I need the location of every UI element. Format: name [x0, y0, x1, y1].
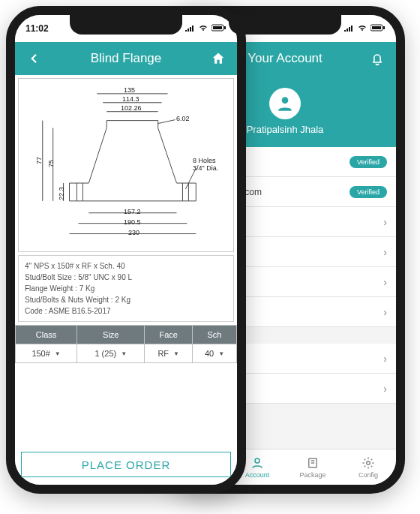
place-order-label: PLACE ORDER [82, 458, 171, 471]
dim-223: 22.3 [58, 187, 65, 200]
profile-name: Pratipalsinh Jhala [247, 124, 324, 135]
device-notch [70, 15, 182, 35]
svg-rect-8 [213, 26, 222, 29]
col-sch: Sch [192, 326, 236, 344]
tab-label: Package [299, 471, 326, 479]
dim-1143: 114.3 [122, 95, 140, 103]
spec-box: 4" NPS x 150# x RF x Sch. 40 Stud/Bolt S… [18, 255, 234, 322]
col-class: Class [16, 326, 77, 344]
signal-icon [184, 23, 195, 34]
chevron-right-icon: › [383, 216, 387, 228]
chevron-right-icon: › [383, 246, 387, 258]
chevron-down-icon: ▼ [173, 350, 179, 357]
signal-icon [344, 23, 354, 34]
dd-face[interactable]: RF▼ [145, 344, 193, 363]
dim-75: 75 [47, 160, 55, 167]
spec-line5: Code : ASME B16.5-2017 [25, 305, 227, 317]
phone-flange: 11:02 Blind Flange [6, 6, 246, 494]
spec-line3: Flange Weight : 7 Kg [25, 283, 227, 294]
dim-135: 135 [124, 86, 135, 94]
battery-icon [212, 23, 226, 34]
bell-icon[interactable] [368, 49, 387, 68]
spec-line1: 4" NPS x 150# x RF x Sch. 40 [25, 260, 227, 272]
svg-point-3 [282, 97, 289, 104]
spec-line2: Stud/Bolt Size : 5/8" UNC x 90 L [25, 272, 227, 283]
svg-rect-2 [383, 26, 385, 29]
verified-badge: Verified [350, 186, 387, 198]
dim-8holes-b: 3/4" Dia. [193, 164, 218, 172]
dd-class[interactable]: 150#▼ [16, 344, 77, 363]
dd-sch[interactable]: 40▼ [192, 344, 236, 363]
dim-1905: 190.5 [124, 218, 141, 226]
verified-badge: Verified [350, 156, 387, 168]
place-order-button[interactable]: PLACE ORDER [21, 452, 231, 477]
flange-diagram: 135 114.3 102.26 6.02 8 Holes 3/4" Dia. … [18, 78, 234, 252]
svg-point-4 [255, 458, 260, 463]
status-time: 11:02 [26, 23, 49, 34]
chevron-down-icon: ▼ [218, 350, 224, 357]
col-face: Face [145, 326, 193, 344]
chevron-right-icon: › [383, 353, 387, 365]
back-icon[interactable] [24, 49, 44, 68]
battery-icon [370, 23, 386, 34]
appbar-flange: Blind Flange [15, 42, 237, 75]
dd-size[interactable]: 1 (25)▼ [77, 344, 145, 363]
chevron-right-icon: › [383, 383, 387, 395]
chevron-down-icon: ▼ [121, 350, 127, 357]
chevron-right-icon: › [383, 276, 387, 288]
status-right [344, 23, 386, 34]
flange-content: 135 114.3 102.26 6.02 8 Holes 3/4" Dia. … [15, 75, 237, 485]
spec-line4: Stud/Bolts & Nuts Weight : 2 Kg [25, 294, 227, 305]
col-size: Size [77, 326, 145, 344]
home-icon[interactable] [208, 49, 228, 68]
avatar [269, 88, 301, 119]
chevron-down-icon: ▼ [55, 350, 61, 357]
svg-rect-9 [224, 26, 226, 29]
dim-230: 230 [128, 229, 140, 236]
device-notch [229, 15, 341, 35]
svg-rect-1 [372, 26, 381, 29]
wifi-icon [357, 23, 368, 34]
chevron-right-icon: › [383, 306, 387, 318]
appbar-title: Blind Flange [44, 51, 208, 66]
tab-package[interactable]: Package [285, 449, 340, 485]
dim-602: 6.02 [176, 115, 190, 122]
dim-10226: 102.26 [121, 104, 142, 112]
svg-point-6 [367, 461, 370, 464]
dim-77: 77 [35, 157, 43, 164]
wifi-icon [198, 23, 208, 34]
tab-label: Config [358, 471, 378, 479]
tab-config[interactable]: Config [340, 449, 396, 485]
svg-line-24 [158, 120, 176, 124]
dim-8holes-a: 8 Holes [193, 157, 216, 164]
status-right [184, 23, 226, 34]
tab-label: Account [245, 471, 270, 479]
options-table: Class Size Face Sch 150#▼ 1 (25)▼ RF▼ 40… [15, 325, 237, 363]
dim-1572: 157.2 [124, 208, 141, 215]
